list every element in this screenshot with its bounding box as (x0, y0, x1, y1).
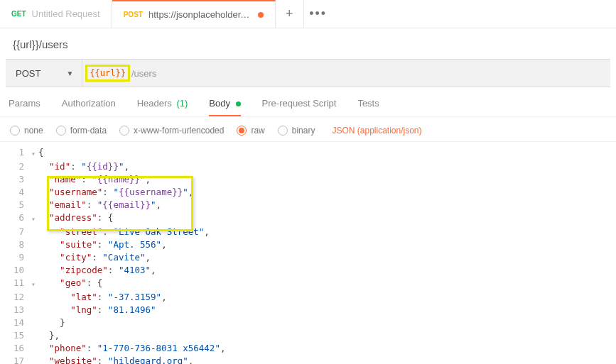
editor-line[interactable]: 2 "id": "{{id}}", (0, 160, 616, 173)
radio-icon (56, 126, 66, 136)
line-number: 10 (0, 264, 31, 277)
line-number: 16 (0, 342, 31, 355)
editor-line[interactable]: 14 } (0, 316, 616, 329)
body-type-none[interactable]: none (10, 126, 43, 136)
code-content: "address": { (38, 211, 113, 226)
code-content: "website": "hildegard.org", (38, 355, 193, 364)
line-number: 9 (0, 251, 31, 264)
line-number: 7 (0, 226, 31, 238)
fold-icon (31, 175, 38, 186)
plus-icon: + (286, 6, 293, 21)
tab-headers-label: Headers (137, 98, 172, 109)
fold-icon (31, 292, 38, 304)
code-content: "username": "{{username}}", (38, 186, 193, 199)
request-name[interactable]: {{url}}/users (0, 28, 616, 59)
body-type-urlencoded[interactable]: x-www-form-urlencoded (119, 126, 224, 136)
body-type-raw[interactable]: raw (237, 126, 264, 136)
fold-icon (31, 253, 38, 264)
fold-icon (31, 200, 38, 211)
tab-authorization[interactable]: Authorization (62, 98, 116, 116)
tab-params[interactable]: Params (9, 98, 40, 116)
line-number: 4 (0, 186, 31, 199)
radio-icon (10, 126, 20, 136)
line-number: 1 (0, 146, 31, 160)
fold-icon (31, 162, 38, 173)
fold-icon (31, 187, 38, 199)
url-input[interactable]: {{url}} /users (82, 65, 610, 82)
code-content: { (38, 146, 44, 160)
code-content: } (38, 316, 65, 329)
line-number: 8 (0, 238, 31, 251)
body-type-formdata[interactable]: form-data (56, 126, 107, 136)
line-number: 17 (0, 355, 31, 364)
code-content: "suite": "Apt. 556", (38, 238, 167, 251)
fold-icon (31, 318, 38, 329)
editor-line[interactable]: 8 "suite": "Apt. 556", (0, 238, 616, 251)
tab-options-button[interactable]: ••• (304, 0, 333, 28)
fold-icon (31, 305, 38, 316)
body-editor[interactable]: 1▾{2 "id": "{{id}}",3 "name": "{{name}}"… (0, 142, 616, 364)
editor-line[interactable]: 15 }, (0, 329, 616, 342)
body-indicator-icon (236, 101, 241, 106)
fold-icon (31, 227, 38, 238)
dirty-dot-icon (258, 12, 264, 18)
annotation-highlight: {{url}} (85, 65, 130, 82)
code-content: "geo": { (38, 277, 102, 291)
tab-tests[interactable]: Tests (357, 98, 379, 116)
fold-icon (31, 265, 38, 277)
code-content: "city": "Cavite", (38, 251, 151, 264)
line-number: 14 (0, 316, 31, 329)
url-path: /users (131, 68, 156, 79)
content-type-select[interactable]: JSON (application/json) (332, 126, 421, 136)
radio-icon (119, 126, 129, 136)
code-content: "id": "{{id}}", (38, 160, 129, 173)
new-tab-button[interactable]: + (276, 0, 304, 28)
method-badge: POST (124, 11, 143, 18)
editor-line[interactable]: 5 "email": "{{email}}", (0, 199, 616, 211)
code-content: "street": "Live Oak Street", (38, 226, 210, 238)
method-badge: GET (11, 10, 26, 18)
fold-icon (31, 356, 38, 364)
editor-line[interactable]: 12 "lat": "-37.3159", (0, 291, 616, 304)
code-content: "phone": "1-770-736-8031 x56442", (38, 342, 225, 355)
editor-line[interactable]: 7 "street": "Live Oak Street", (0, 226, 616, 238)
code-content: }, (38, 329, 60, 342)
tab-get-untitled[interactable]: GET Untitled Request (0, 0, 112, 28)
editor-line[interactable]: 6▾ "address": { (0, 211, 616, 226)
line-number: 15 (0, 329, 31, 342)
body-type-binary[interactable]: binary (278, 126, 315, 136)
fold-icon (31, 240, 38, 251)
request-subtabs: Params Authorization Headers (1) Body Pr… (0, 87, 616, 117)
fold-icon[interactable]: ▾ (31, 278, 38, 291)
line-number: 6 (0, 211, 31, 226)
fold-icon (31, 331, 38, 342)
tab-prerequest[interactable]: Pre-request Script (262, 98, 337, 116)
tab-body[interactable]: Body (209, 98, 240, 116)
chevron-down-icon: ▼ (66, 70, 73, 77)
line-number: 12 (0, 291, 31, 304)
method-selected: POST (16, 68, 40, 79)
editor-line[interactable]: 13 "lng": "81.1496" (0, 304, 616, 316)
tab-label: Untitled Request (32, 9, 100, 19)
editor-line[interactable]: 9 "city": "Cavite", (0, 251, 616, 264)
http-method-select[interactable]: POST ▼ (6, 60, 82, 87)
code-content: "lng": "81.1496" (38, 304, 156, 316)
line-number: 11 (0, 277, 31, 291)
code-content: "zipcode": "4103", (38, 264, 156, 277)
editor-line[interactable]: 4 "username": "{{username}}", (0, 186, 616, 199)
line-number: 2 (0, 160, 31, 173)
tab-post-jsonplaceholder[interactable]: POST https://jsonplaceholder.typicod (112, 0, 276, 28)
tab-headers[interactable]: Headers (1) (137, 98, 188, 116)
editor-line[interactable]: 3 "name": "{{name}}", (0, 173, 616, 186)
editor-line[interactable]: 11▾ "geo": { (0, 277, 616, 291)
editor-line[interactable]: 10 "zipcode": "4103", (0, 264, 616, 277)
code-content: "email": "{{email}}", (38, 199, 161, 211)
fold-icon[interactable]: ▾ (31, 148, 38, 160)
editor-line[interactable]: 17 "website": "hildegard.org", (0, 355, 616, 364)
headers-count: (1) (176, 98, 188, 109)
editor-line[interactable]: 1▾{ (0, 146, 616, 160)
editor-line[interactable]: 16 "phone": "1-770-736-8031 x56442", (0, 342, 616, 355)
fold-icon[interactable]: ▾ (31, 213, 38, 226)
line-number: 3 (0, 173, 31, 186)
fold-icon (31, 343, 38, 355)
